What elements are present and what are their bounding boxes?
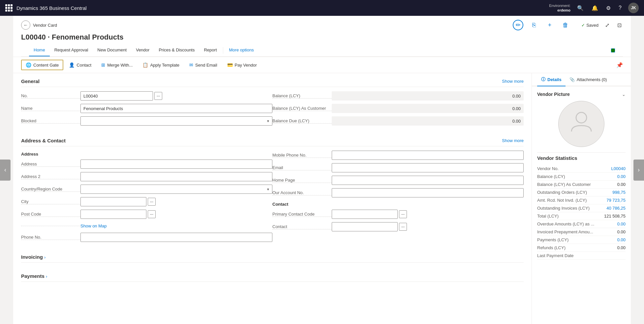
invoicing-section-header: Invoicing › bbox=[21, 249, 524, 263]
address-contact-show-more[interactable]: Show more bbox=[502, 138, 524, 143]
add-button[interactable]: + bbox=[544, 20, 555, 30]
tab-prices-discounts[interactable]: Prices & Discounts bbox=[154, 44, 199, 56]
label-blocked: Blocked bbox=[21, 118, 80, 124]
general-show-more[interactable]: Show more bbox=[502, 79, 524, 84]
input-contact[interactable] bbox=[332, 222, 398, 231]
show-on-map-link[interactable]: Show on Map bbox=[80, 223, 107, 228]
apply-template-button[interactable]: 📋 Apply Template bbox=[138, 60, 184, 70]
general-right-col: Balance (LCY) Balance (LCY) As Customer bbox=[272, 90, 524, 127]
label-mobile: Mobile Phone No. bbox=[272, 153, 332, 158]
stat-outstanding-invoices: Outstanding Invoices (LCY) 40 786,25 bbox=[537, 204, 626, 212]
input-email[interactable] bbox=[332, 163, 524, 172]
contact-ellipsis-btn[interactable]: ··· bbox=[399, 223, 407, 231]
label-name: Name bbox=[21, 106, 80, 111]
label-address2: Address 2 bbox=[21, 174, 80, 179]
share-button[interactable]: ⎘ bbox=[529, 20, 539, 30]
input-phone[interactable] bbox=[80, 233, 272, 242]
pay-vendor-button[interactable]: 💳 Pay Vendor bbox=[223, 60, 261, 70]
field-row-city: City ··· bbox=[21, 195, 272, 208]
value-address2 bbox=[80, 172, 272, 181]
back-button[interactable]: ← bbox=[21, 20, 30, 30]
expand-button[interactable]: ⤢ bbox=[604, 21, 611, 30]
input-no[interactable] bbox=[80, 91, 153, 101]
left-nav-arrow[interactable]: ‹ bbox=[0, 160, 11, 181]
stat-value-outstanding-invoices[interactable]: 40 786,25 bbox=[606, 206, 626, 211]
stat-label-overdue: Overdue Amounts (LCY) as ... bbox=[537, 221, 617, 226]
content-gate-button[interactable]: 🌐 Content Gate bbox=[21, 60, 63, 70]
notifications-icon-btn[interactable]: 🔔 bbox=[590, 4, 599, 13]
stat-value-vendor-no[interactable]: L00040 bbox=[611, 166, 626, 171]
select-blocked[interactable]: All Payment bbox=[80, 116, 272, 126]
tab-home[interactable]: Home bbox=[29, 44, 50, 56]
nav-right: Environment: erdemo 🔍 🔔 ⚙ ? JK bbox=[549, 3, 639, 13]
stat-label-outstanding-invoices: Outstanding Invoices (LCY) bbox=[537, 206, 606, 211]
address-contact-grid: Address Address Address 2 bbox=[21, 149, 524, 244]
tab-more-options[interactable]: More options bbox=[225, 44, 259, 56]
right-panel-tabs: ⓘ Details 📎 Attachments (0) bbox=[532, 73, 631, 86]
page-title: L00040 · Fenomenal Products bbox=[21, 33, 124, 42]
field-row-contact: Contact ··· bbox=[272, 221, 524, 233]
content-area: ← Vendor Card ✏ ⎘ + 🗑 ✓ Saved ⤢ ⊡ bbox=[13, 16, 631, 324]
field-row-address: Address bbox=[21, 158, 272, 170]
input-name[interactable] bbox=[80, 104, 272, 113]
input-address[interactable] bbox=[80, 160, 272, 169]
label-postcode: Post Code bbox=[21, 212, 80, 217]
rpanel-tab-details[interactable]: ⓘ Details bbox=[537, 73, 566, 86]
input-address2[interactable] bbox=[80, 172, 272, 181]
settings-icon-btn[interactable]: ⚙ bbox=[605, 4, 612, 13]
input-primary-contact[interactable] bbox=[332, 210, 398, 219]
field-row-balance-lcy-customer: Balance (LCY) As Customer bbox=[272, 102, 524, 115]
tab-vendor[interactable]: Vendor bbox=[131, 44, 154, 56]
right-nav-arrow[interactable]: › bbox=[633, 160, 644, 181]
stat-last-payment: Last Payment Date bbox=[537, 252, 626, 260]
field-row-our-account: Our Account No. bbox=[272, 187, 524, 199]
vendor-stats-title: Vendor Statistics bbox=[537, 155, 626, 161]
waffle-menu-icon[interactable] bbox=[5, 4, 13, 12]
tab-request-approval[interactable]: Request Approval bbox=[50, 44, 93, 56]
value-balance-due bbox=[332, 116, 524, 126]
input-postcode[interactable] bbox=[80, 210, 146, 219]
details-icon: ⓘ bbox=[541, 76, 545, 82]
input-our-account[interactable] bbox=[332, 188, 524, 197]
stat-value-balance-lcy[interactable]: 0.00 bbox=[617, 174, 626, 179]
label-our-account: Our Account No. bbox=[272, 190, 332, 195]
contact-button[interactable]: 👤 Contact bbox=[65, 60, 96, 70]
tab-new-document[interactable]: New Document bbox=[93, 44, 131, 56]
minimize-button[interactable]: ⊡ bbox=[616, 21, 623, 30]
user-avatar[interactable]: JK bbox=[628, 3, 639, 13]
no-ellipsis-btn[interactable]: ··· bbox=[154, 92, 162, 100]
nav-left: Dynamics 365 Business Central bbox=[5, 4, 87, 12]
edit-button[interactable]: ✏ bbox=[513, 20, 523, 30]
stat-value-outstanding-orders[interactable]: 998,75 bbox=[612, 190, 626, 195]
select-country[interactable] bbox=[80, 185, 272, 194]
input-city[interactable] bbox=[80, 197, 146, 206]
merge-with-button[interactable]: ⊞ Merge With... bbox=[97, 60, 137, 70]
label-address: Address bbox=[21, 162, 80, 167]
tab-separator bbox=[223, 47, 223, 54]
stat-label-refunds: Refunds (LCY) bbox=[537, 245, 617, 250]
tab-navigation: Home Request Approval New Document Vendo… bbox=[21, 44, 623, 57]
search-icon-btn[interactable]: 🔍 bbox=[576, 4, 585, 13]
city-ellipsis-btn[interactable]: ··· bbox=[148, 198, 156, 206]
vendor-picture-expand-icon[interactable]: ⌄ bbox=[622, 92, 626, 97]
vendor-avatar-placeholder bbox=[558, 101, 604, 147]
contact-sub-header: Contact bbox=[272, 199, 524, 208]
general-form-grid: No. ··· Name bbox=[21, 90, 524, 127]
tab-report[interactable]: Report bbox=[199, 44, 221, 56]
stat-value-amt-rcd[interactable]: 79 723,75 bbox=[606, 198, 626, 203]
stat-value-overdue[interactable]: 0.00 bbox=[617, 221, 626, 226]
help-icon-btn[interactable]: ? bbox=[617, 4, 623, 12]
svg-point-0 bbox=[576, 112, 587, 123]
input-mobile[interactable] bbox=[332, 151, 524, 160]
stat-value-payments[interactable]: 0.00 bbox=[617, 237, 626, 242]
pin-toolbar-button[interactable]: 📌 bbox=[616, 62, 623, 68]
stat-vendor-no: Vendor No. L00040 bbox=[537, 165, 626, 173]
delete-button[interactable]: 🗑 bbox=[560, 20, 571, 30]
primary-contact-ellipsis-btn[interactable]: ··· bbox=[399, 210, 407, 218]
rpanel-tab-attachments[interactable]: 📎 Attachments (0) bbox=[566, 73, 611, 86]
stat-value-refunds: 0.00 bbox=[617, 245, 626, 250]
input-homepage[interactable] bbox=[332, 176, 524, 185]
send-email-button[interactable]: ✉ Send Email bbox=[185, 60, 221, 70]
postcode-ellipsis-btn[interactable]: ··· bbox=[148, 210, 156, 218]
label-homepage: Home Page bbox=[272, 178, 332, 183]
